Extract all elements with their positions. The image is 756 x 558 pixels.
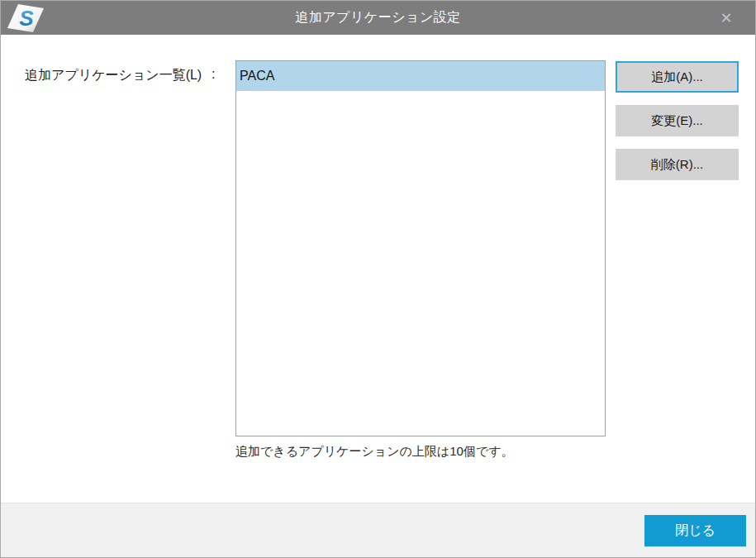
- dialog-window: S 追加アプリケーション設定 ✕ 追加アプリケーション一覧(L) : PACA …: [0, 0, 756, 558]
- dialog-content: 追加アプリケーション一覧(L) : PACA 追加できるアプリケーションの上限は…: [1, 35, 755, 503]
- application-listbox[interactable]: PACA: [235, 60, 606, 436]
- svg-text:S: S: [19, 6, 34, 31]
- app-logo-icon: S: [7, 3, 45, 33]
- add-button[interactable]: 追加(A)...: [616, 61, 739, 93]
- list-item[interactable]: PACA: [236, 61, 605, 91]
- label-colon: :: [212, 67, 215, 82]
- titlebar: S 追加アプリケーション設定 ✕: [1, 1, 755, 35]
- edit-button[interactable]: 変更(E)...: [616, 105, 739, 136]
- application-list-label: 追加アプリケーション一覧(L): [25, 67, 202, 84]
- side-button-column: 追加(A)... 変更(E)... 削除(R)...: [616, 61, 739, 193]
- close-icon[interactable]: ✕: [712, 1, 740, 35]
- limit-note: 追加できるアプリケーションの上限は10個です。: [235, 444, 514, 460]
- close-dialog-button[interactable]: 閉じる: [644, 515, 746, 546]
- delete-button[interactable]: 削除(R)...: [616, 149, 739, 180]
- dialog-footer: 閉じる: [1, 503, 755, 557]
- window-title: 追加アプリケーション設定: [295, 9, 461, 26]
